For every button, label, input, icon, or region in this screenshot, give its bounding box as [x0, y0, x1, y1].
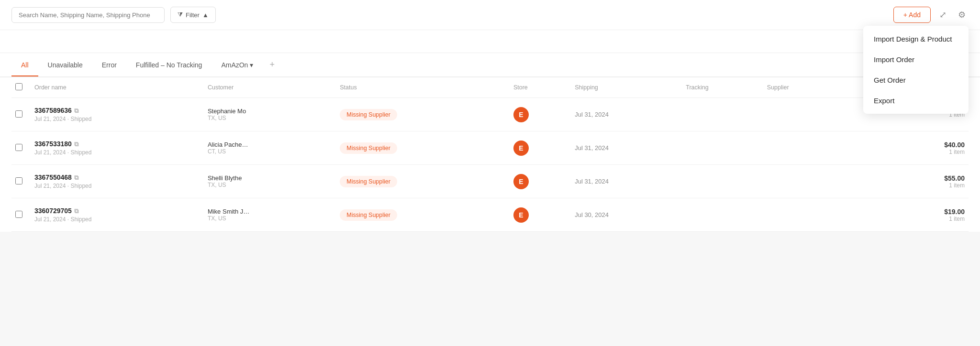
supplier-cell	[763, 98, 842, 131]
dropdown-import-order[interactable]: Import Order	[863, 49, 969, 70]
filter-button[interactable]: ⧩ Filter ▲	[170, 7, 216, 23]
row-checkbox[interactable]	[15, 144, 22, 151]
store-icon: E	[513, 174, 529, 189]
supplier-cell	[763, 131, 842, 165]
add-button[interactable]: + Add	[893, 7, 931, 23]
order-name-cell: 3367589636⧉ Jul 21, 2024 · Shipped	[31, 98, 204, 131]
filter-icon: ⧩	[178, 11, 183, 19]
order-name-cell: 3367533180⧉ Jul 21, 2024 · Shipped	[31, 131, 204, 165]
row-checkbox[interactable]	[15, 177, 22, 184]
store-cell: E	[510, 165, 571, 198]
customer-cell: Stephanie Mo TX, US	[204, 98, 336, 131]
dropdown-import-design[interactable]: Import Design & Product	[863, 29, 969, 49]
row-checkbox[interactable]	[15, 211, 22, 218]
store-cell: E	[510, 198, 571, 232]
table-row: 3367550468⧉ Jul 21, 2024 · Shipped Shell…	[11, 165, 969, 198]
status-cell: Missing Supplier	[336, 198, 510, 232]
copy-icon[interactable]: ⧉	[74, 174, 78, 181]
customer-cell: Mike Smith J… TX, US	[204, 198, 336, 232]
chevron-down-icon: ▾	[250, 61, 253, 69]
supplier-cell	[763, 198, 842, 232]
top-bar: ⧩ Filter ▲ + Add ⤢ ⚙ Import Design & Pro…	[0, 0, 980, 30]
tracking-cell	[682, 98, 763, 131]
customer-cell: Alicia Pache… CT, US	[204, 131, 336, 165]
add-tab-button[interactable]: +	[263, 53, 281, 76]
shipping-cell: Jul 31, 2024	[571, 131, 682, 165]
status-cell: Missing Supplier	[336, 131, 510, 165]
settings-button[interactable]: ⚙	[955, 7, 969, 23]
expand-button[interactable]: ⤢	[936, 7, 949, 23]
rows-bar: ↻ Rows per page: 100 50 25	[0, 30, 980, 53]
status-cell: Missing Supplier	[336, 98, 510, 131]
status-badge: Missing Supplier	[340, 142, 397, 154]
tabs-bar: All Unavailable Error Fulfilled – No Tra…	[0, 53, 980, 77]
tracking-cell	[682, 165, 763, 198]
dropdown-menu: Import Design & Product Import Order Get…	[863, 26, 969, 114]
table-header-row: Order name Customer Status Store Shippin…	[11, 77, 969, 98]
col-order-name: Order name	[31, 77, 204, 98]
select-all-checkbox[interactable]	[15, 83, 22, 90]
tab-amazon-label: AmAzOn	[221, 61, 248, 69]
col-status: Status	[336, 77, 510, 98]
table-row: 3360729705⧉ Jul 21, 2024 · Shipped Mike …	[11, 198, 969, 232]
table-row: 3367533180⧉ Jul 21, 2024 · Shipped Alici…	[11, 131, 969, 165]
dropdown-get-order[interactable]: Get Order	[863, 70, 969, 90]
order-name-cell: 3360729705⧉ Jul 21, 2024 · Shipped	[31, 198, 204, 232]
orders-table-wrapper: Order name Customer Status Store Shippin…	[0, 77, 980, 232]
store-icon: E	[513, 207, 529, 223]
supplier-cell	[763, 165, 842, 198]
status-cell: Missing Supplier	[336, 165, 510, 198]
tracking-cell	[682, 131, 763, 165]
shipping-cell: Jul 30, 2024	[571, 198, 682, 232]
tracking-cell	[682, 198, 763, 232]
filter-label: Filter	[186, 11, 200, 19]
tab-unavailable[interactable]: Unavailable	[38, 54, 92, 76]
col-store: Store	[510, 77, 571, 98]
col-supplier: Supplier	[763, 77, 842, 98]
col-tracking: Tracking	[682, 77, 763, 98]
store-cell: E	[510, 131, 571, 165]
orders-table: Order name Customer Status Store Shippin…	[11, 77, 969, 232]
table-row: 3367589636⧉ Jul 21, 2024 · Shipped Steph…	[11, 98, 969, 131]
gear-icon: ⚙	[958, 10, 966, 20]
store-icon: E	[513, 107, 529, 122]
shipping-cell: Jul 31, 2024	[571, 165, 682, 198]
store-icon: E	[513, 141, 529, 156]
copy-icon[interactable]: ⧉	[74, 141, 78, 148]
shipping-label-cell: $55.00 1 item	[842, 165, 969, 198]
expand-icon: ⤢	[939, 10, 947, 20]
status-badge: Missing Supplier	[340, 109, 397, 120]
shipping-cell: Jul 31, 2024	[571, 98, 682, 131]
status-badge: Missing Supplier	[340, 209, 397, 221]
copy-icon[interactable]: ⧉	[74, 107, 78, 114]
col-customer: Customer	[204, 77, 336, 98]
add-label: + Add	[903, 11, 921, 19]
order-name-cell: 3367550468⧉ Jul 21, 2024 · Shipped	[31, 165, 204, 198]
copy-icon[interactable]: ⧉	[74, 207, 78, 215]
tab-all[interactable]: All	[11, 54, 38, 76]
chevron-up-icon: ▲	[202, 11, 209, 19]
status-badge: Missing Supplier	[340, 176, 397, 187]
shipping-label-cell: $40.00 1 item	[842, 131, 969, 165]
col-shipping: Shipping	[571, 77, 682, 98]
tab-amazon[interactable]: AmAzOn ▾	[212, 54, 263, 76]
store-cell: E	[510, 98, 571, 131]
customer-cell: Shelli Blythe TX, US	[204, 165, 336, 198]
tab-error[interactable]: Error	[92, 54, 126, 76]
tab-fulfilled-no-tracking[interactable]: Fulfilled – No Tracking	[126, 54, 212, 76]
row-checkbox[interactable]	[15, 110, 22, 118]
shipping-label-cell: $19.00 1 item	[842, 198, 969, 232]
dropdown-export[interactable]: Export	[863, 90, 969, 111]
search-input[interactable]	[11, 7, 165, 23]
